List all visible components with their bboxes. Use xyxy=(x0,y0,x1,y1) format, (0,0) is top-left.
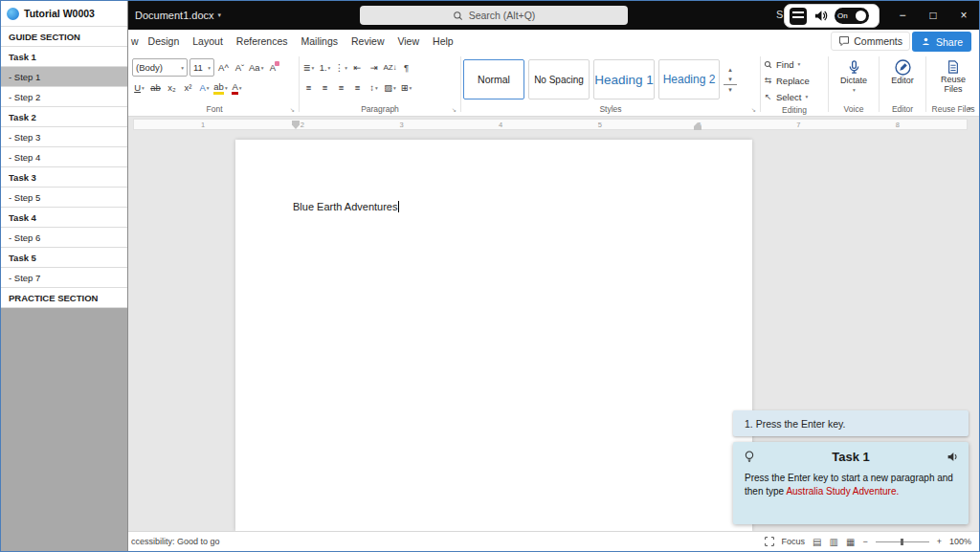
window-controls: − □ × xyxy=(887,1,979,30)
replace-button[interactable]: ⇆ Replace xyxy=(763,74,826,87)
style-normal[interactable]: Normal xyxy=(463,59,524,99)
zoom-slider[interactable] xyxy=(876,541,929,542)
zoom-level[interactable]: 100% xyxy=(949,537,971,546)
zoom-slider-thumb[interactable] xyxy=(901,539,903,545)
dialog-launcher-icon[interactable]: ↘ xyxy=(452,106,457,113)
numbering-button[interactable]: 1.▾ xyxy=(318,59,332,77)
tab-view[interactable]: View xyxy=(390,35,426,47)
sidebar-item-step-4[interactable]: - Step 4 xyxy=(1,147,127,167)
multilevel-list-button[interactable]: ⋮▾ xyxy=(334,59,348,77)
underline-button[interactable]: U▾ xyxy=(132,79,146,97)
align-justify-button[interactable]: ≡ xyxy=(350,79,365,97)
outdent-button[interactable]: ⇤ xyxy=(350,59,365,77)
print-layout-button[interactable]: ▥ xyxy=(830,537,838,547)
align-left-button[interactable]: ≡ xyxy=(301,79,316,97)
close-button[interactable]: × xyxy=(948,1,979,30)
share-button[interactable]: Share xyxy=(912,32,971,52)
tab-draw-partial[interactable]: w xyxy=(131,35,142,47)
steps-list-icon[interactable] xyxy=(790,8,807,25)
eraser-icon xyxy=(275,61,279,66)
dictate-button[interactable]: Dictate ▾ xyxy=(831,57,877,101)
zoom-out-button[interactable]: − xyxy=(862,537,867,546)
sidebar-item-step-1[interactable]: - Step 1 xyxy=(1,67,127,87)
document-title[interactable]: Document1.docx ▾ xyxy=(135,1,221,30)
clear-formatting-button[interactable]: A xyxy=(265,59,279,77)
minimize-button[interactable]: − xyxy=(887,1,918,30)
tab-help[interactable]: Help xyxy=(426,35,460,47)
tutorial-toggle-widget: On xyxy=(784,4,880,28)
sidebar-item-task-2[interactable]: Task 2 xyxy=(1,107,127,127)
align-center-button[interactable]: ≡ xyxy=(318,79,332,97)
sidebar-item-task-1[interactable]: Task 1 xyxy=(1,47,127,67)
zoom-in-button[interactable]: + xyxy=(937,537,942,546)
indent-button[interactable]: ⇥ xyxy=(367,59,381,77)
sidebar-item-step-3[interactable]: - Step 3 xyxy=(1,127,127,147)
sidebar-item-guide-section[interactable]: GUIDE SECTION xyxy=(1,27,127,47)
gallery-more-icon[interactable]: ▾ xyxy=(724,84,737,94)
web-layout-button[interactable]: ▦ xyxy=(846,537,855,547)
gallery-up-icon[interactable]: ▴ xyxy=(724,65,737,74)
shading-button[interactable]: ▨▾ xyxy=(383,79,397,97)
style-no-spacing[interactable]: No Spacing xyxy=(528,59,590,99)
bullets-button[interactable]: ≣▾ xyxy=(301,59,316,77)
highlight-button[interactable]: ab▾ xyxy=(213,79,228,97)
style-heading2[interactable]: Heading 2 xyxy=(658,59,720,99)
find-button[interactable]: Find ▾ xyxy=(763,57,826,71)
borders-button[interactable]: ⊞▾ xyxy=(399,79,413,97)
search-box[interactable]: Search (Alt+Q) xyxy=(360,6,628,25)
read-mode-button[interactable]: ▤ xyxy=(813,537,821,547)
document-text[interactable]: Blue Earth Adventures xyxy=(293,201,399,212)
sort-button[interactable]: AZ↓ xyxy=(383,59,397,77)
sidebar-item-step-7[interactable]: - Step 7 xyxy=(1,268,127,288)
document-page[interactable]: Blue Earth Adventures xyxy=(235,140,752,531)
tab-review[interactable]: Review xyxy=(345,35,390,47)
shrink-font-button[interactable]: Aˇ xyxy=(233,59,247,77)
align-right-button[interactable]: ≡ xyxy=(334,79,348,97)
comments-button[interactable]: Comments xyxy=(831,32,910,51)
collapse-ribbon-icon[interactable]: ▾ xyxy=(968,105,971,113)
on-toggle[interactable]: On xyxy=(835,8,869,24)
grow-font-button[interactable]: A^ xyxy=(216,59,231,77)
font-color-button[interactable]: A▾ xyxy=(230,79,244,97)
text-cursor xyxy=(398,201,399,212)
reuse-files-button[interactable]: Reuse Files xyxy=(928,57,978,101)
tab-design[interactable]: Design xyxy=(142,35,187,47)
text-effects-button[interactable]: A▾ xyxy=(197,79,212,97)
font-group-rows: (Body) ▾ 11 ▾ A^ Aˇ Aa▾ A U▾ xyxy=(132,57,297,101)
font-size-select[interactable]: 11 ▾ xyxy=(189,58,214,77)
tab-layout[interactable]: Layout xyxy=(186,35,230,47)
sidebar-item-step-6[interactable]: - Step 6 xyxy=(1,228,127,248)
chevron-down-icon: ▾ xyxy=(225,85,228,91)
document-text-content: Blue Earth Adventures xyxy=(293,201,397,212)
sidebar-item-step-5[interactable]: - Step 5 xyxy=(1,188,127,208)
strikethrough-button[interactable]: ab xyxy=(148,79,163,97)
show-paragraph-marks-button[interactable]: ¶ xyxy=(399,59,413,77)
style-heading1[interactable]: Heading 1 xyxy=(593,59,655,99)
sidebar-item-practice-section[interactable]: PRACTICE SECTION xyxy=(1,288,127,308)
underline-icon: U xyxy=(134,82,141,93)
line-spacing-button[interactable]: ↕▾ xyxy=(367,79,381,97)
sidebar-item-step-2[interactable]: - Step 2 xyxy=(1,87,127,107)
subscript-button[interactable]: x₂ xyxy=(165,79,179,97)
speaker-icon[interactable] xyxy=(947,451,959,463)
font-name-select[interactable]: (Body) ▾ xyxy=(132,58,188,77)
select-button[interactable]: ↖ Select ▾ xyxy=(763,90,826,103)
tab-mailings[interactable]: Mailings xyxy=(295,35,345,47)
ribbon-row: ≡ ≡ ≡ ≡ ↕▾ ▨▾ ⊞▾ xyxy=(301,77,458,98)
replace-icon: ⇆ xyxy=(763,76,773,85)
instruction-toast: 1. Press the Enter key. xyxy=(733,410,969,436)
maximize-button[interactable]: □ xyxy=(918,1,948,30)
superscript-button[interactable]: x² xyxy=(181,79,195,97)
change-case-button[interactable]: Aa▾ xyxy=(249,59,263,77)
focus-button[interactable]: Focus xyxy=(782,537,806,546)
horizontal-ruler[interactable]: 1 2 3 4 5 6 7 8 xyxy=(133,119,968,130)
tab-references[interactable]: References xyxy=(230,35,295,47)
speaker-icon[interactable] xyxy=(813,9,828,23)
sidebar-item-task-3[interactable]: Task 3 xyxy=(1,167,127,188)
editor-button[interactable]: Editor xyxy=(881,57,924,101)
gallery-down-icon[interactable]: ▾ xyxy=(724,75,737,83)
dialog-launcher-icon[interactable]: ↘ xyxy=(290,106,295,113)
sidebar-item-task-4[interactable]: Task 4 xyxy=(1,208,127,228)
dialog-launcher-icon[interactable]: ↘ xyxy=(751,106,756,113)
sidebar-item-task-5[interactable]: Task 5 xyxy=(1,248,127,268)
